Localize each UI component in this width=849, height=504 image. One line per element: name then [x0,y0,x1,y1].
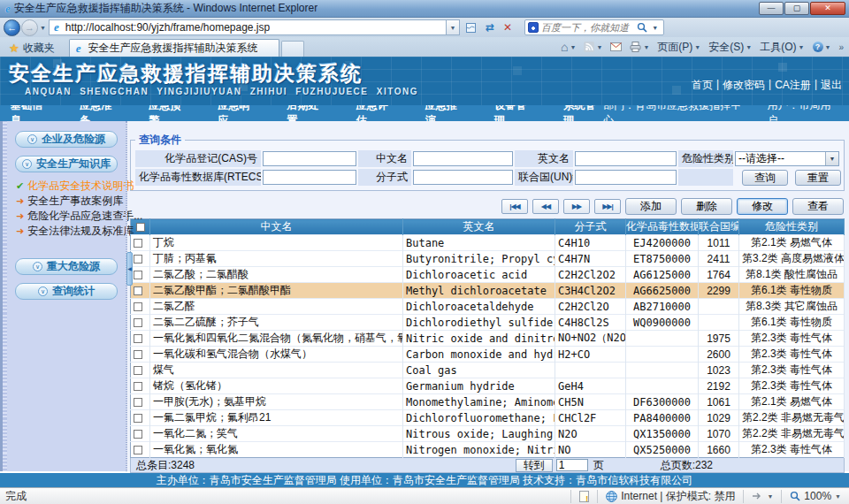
header-link-0[interactable]: 首页 [692,78,713,93]
chinese-name-input[interactable] [413,151,513,166]
table-row[interactable]: 一氧化氮；氧化氮Nitrogen monoxide; Nitric oxideN… [131,442,845,458]
table-row[interactable]: 一氟二氯甲烷；氟利昂21Dichlorofluoromethane; Freon… [131,410,845,426]
sidebar-collapse-button[interactable]: ◀ [126,252,133,286]
rtecs-input[interactable] [263,170,356,185]
pager-prev-button[interactable]: ◀◀ [532,199,559,214]
row-checkbox[interactable] [134,318,142,327]
row-checkbox[interactable] [134,302,142,311]
sidebar-item-3[interactable]: ➜安全法律法规及标准库 [16,224,126,239]
pager-last-button[interactable]: ▶▶| [594,199,621,214]
goto-page-button[interactable]: 转到 [516,459,553,472]
table-row[interactable]: 二氯二乙硫醚；芥子气Dichlorodiethyl sulfide; Musta… [131,315,845,331]
column-header-4[interactable]: 联合国编号 [699,219,739,235]
table-row[interactable]: 一甲胺(无水)；氨基甲烷Monomethylamine; Aminomethan… [131,394,845,410]
cas-input[interactable] [263,151,356,166]
compatibility-view-button[interactable] [462,19,480,35]
address-input[interactable]: e http://localhost:90/yjzh/frame/homepag… [49,19,447,35]
sidebar-section-3[interactable]: ∨查询统计 [15,283,118,300]
compat-segment[interactable]: ▼ [743,490,781,503]
table-row[interactable]: 锗烷（氢化锗）Germanium hydrideGeH42192第2.3类 毒性… [131,378,845,394]
search-dropdown-icon[interactable]: ▼ [652,25,658,31]
page-number-input[interactable] [556,459,588,471]
feeds-button[interactable]: ▼ [584,42,602,52]
add-button[interactable]: 添加 [625,198,677,215]
select-all-checkbox[interactable] [136,223,145,232]
grid-footer: 总条目:3248 转到 页 总页数:232 [130,458,845,473]
column-header-1[interactable]: 英文名 [403,219,555,235]
row-checkbox[interactable] [134,414,142,423]
column-header-3[interactable]: 化学品毒性数据... [626,219,699,235]
stop-button[interactable]: ✕ [500,19,516,35]
search-icon[interactable] [637,22,647,33]
query-button[interactable]: 查询 [742,170,788,186]
row-checkbox[interactable] [134,366,142,375]
address-dropdown-button[interactable]: ▼ [447,19,460,35]
row-checkbox[interactable] [134,398,142,407]
sidebar-item-2[interactable]: ➜危险化学品应急速查手... [16,209,126,224]
formula-input[interactable] [413,170,513,185]
minimize-button[interactable]: — [759,2,784,15]
menu-tools[interactable]: 工具(O)▼ [760,40,804,55]
search-box[interactable]: ▼ [524,19,664,35]
reset-button[interactable]: 重置 [795,170,841,186]
table-row[interactable]: 一氧化氮和四氧化二氮混合物（氮氧化物，硝基气，氧化氮气体）Nitric oxid… [131,331,845,347]
header-link-1[interactable]: 修改密码 [723,78,765,93]
header-link-3[interactable]: 退出 [821,78,842,93]
maximize-button[interactable]: ▢ [784,2,809,15]
close-button[interactable]: ✕ [810,2,845,15]
table-row[interactable]: 一氧化二氮；笑气Nitrous oxide; Laughing gasN2OQX… [131,426,845,442]
row-checkbox[interactable] [134,382,142,391]
sidebar-item-1[interactable]: ➜安全生产事故案例库 [16,194,126,209]
column-header-2[interactable]: 分子式 [555,219,626,235]
row-checkbox[interactable] [134,446,142,454]
table-row[interactable]: 煤气Coal gas1023第2.3类 毒性气体 [131,363,845,378]
modify-button[interactable]: 修改 [737,198,788,215]
table-row[interactable]: 一氧化碳和氢气混合物（水煤气）Carbon monoxide and hydro… [131,347,845,363]
help-button[interactable]: ?▼ [813,42,831,52]
header-link-2[interactable]: CA注册 [775,78,811,93]
table-row[interactable]: 二氯乙醛DichloroacetaldehydeC2H2Cl2OAB271000… [131,299,845,315]
table-row[interactable]: 二氯乙酸甲酯；二氯醋酸甲酯Methyl dichloroacetateC3H4C… [131,283,845,299]
row-checkbox[interactable] [134,334,142,343]
new-tab-button[interactable] [281,41,304,57]
sidebar-section-2[interactable]: ∨重大危险源 [15,258,118,275]
row-checkbox[interactable] [134,350,142,359]
delete-button[interactable]: 删除 [681,198,732,215]
forward-button[interactable]: → [21,19,38,36]
sidebar-item-0[interactable]: ✔化学品安全技术说明书 [16,179,126,194]
toolbar-overflow-icon[interactable]: » [838,42,844,52]
un-number-input[interactable] [575,170,677,185]
active-tab[interactable]: e 安全生产应急救援指挥辅助决策系统 [69,39,279,57]
favorites-button[interactable]: ★ 收藏夹 [5,39,58,57]
tab-bar: ★ 收藏夹 e 安全生产应急救援指挥辅助决策系统 ⌂▼ ▼ ▼ 页面(P)▼ 安… [0,37,849,57]
row-checkbox[interactable] [134,430,142,439]
back-button[interactable]: ← [4,19,20,36]
history-dropdown-icon[interactable]: ▼ [40,25,46,31]
table-row[interactable]: 二氯乙酸；二氯醋酸Dichloroacetic acidC2H2Cl2O2AG6… [131,267,845,283]
row-checkbox[interactable] [134,255,142,263]
sidebar-section-0[interactable]: ∨企业及危险源 [15,131,118,148]
row-checkbox[interactable] [134,286,142,295]
pager-next-button[interactable]: ▶▶ [563,199,590,214]
sidebar-section-1[interactable]: ∨安全生产知识库 [15,156,118,172]
pager-first-button[interactable]: |◀◀ [501,199,528,214]
sidebar-splitter[interactable]: ◀ [126,121,127,471]
menu-page[interactable]: 页面(P)▼ [657,40,700,55]
mail-button[interactable] [610,42,622,51]
search-input[interactable] [541,22,634,33]
english-name-input[interactable] [575,151,677,166]
table-row[interactable]: 丁腈；丙基氰Butyronitrile; Propyl cyanideC4H7N… [131,251,845,267]
select-arrow-icon[interactable]: ▼ [825,152,838,165]
print-button[interactable]: ▼ [630,42,649,52]
view-button[interactable]: 查看 [792,198,844,215]
menu-security[interactable]: 安全(S)▼ [708,40,752,55]
refresh-button[interactable]: ⇄ [482,19,498,35]
table-row[interactable]: 丁烷ButaneC4H10EJ42000001011第2.1类 易燃气体 [131,235,845,251]
column-header-0[interactable]: 中文名 [150,219,403,235]
zoom-segment[interactable]: 100% ▼ [781,490,849,503]
row-checkbox[interactable] [134,271,142,279]
hazard-class-select[interactable]: --请选择--▼ [735,151,839,166]
home-button[interactable]: ⌂▼ [561,40,576,54]
row-checkbox[interactable] [134,239,142,248]
column-header-5[interactable]: 危险性类别 [739,219,845,235]
